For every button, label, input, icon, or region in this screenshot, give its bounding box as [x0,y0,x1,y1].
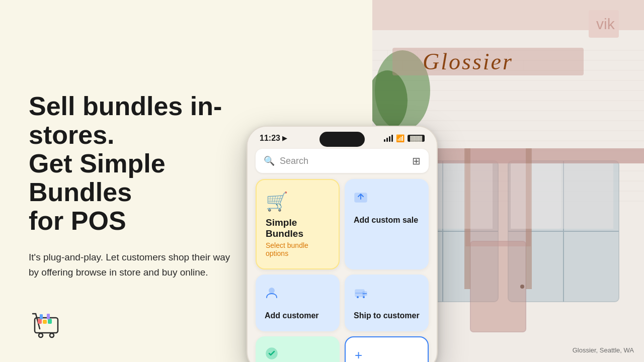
svg-rect-55 [511,163,613,229]
bottom-cart-icon [29,307,64,342]
add-customer-icon [265,286,279,303]
ship-to-customer-label: Ship to customer [354,311,420,320]
wifi-icon: 📶 [396,134,405,142]
tiles-grid: 🛒 Simple Bundles Select bundle options A… [248,179,437,336]
search-left: 🔍 Search [264,155,308,166]
svg-rect-48 [470,241,526,332]
svg-point-2 [50,333,54,337]
svg-point-59 [269,288,274,293]
svg-point-63 [363,296,365,298]
navigation-icon: ▶ [282,135,287,142]
ship-to-customer-icon [354,286,368,303]
phone-mockup: 11:23 ▶ 📶 ▓▓▓ 🔍 Search ⊞ [247,126,438,362]
svg-point-1 [39,333,43,337]
dynamic-island [319,132,365,147]
search-icon: 🔍 [264,155,275,166]
tile-simple-bundles[interactable]: 🛒 Simple Bundles Select bundle options [256,179,340,269]
add-custom-sale-label: Add custom sale [354,216,418,225]
main-heading: Sell bundles in-stores. Get Simple Bundl… [29,92,270,236]
search-bar[interactable]: 🔍 Search ⊞ [256,149,429,173]
tile-add-custom-sale[interactable]: Add custom sale [345,179,429,269]
status-icons: 📶 ▓▓▓ [384,134,425,142]
svg-point-49 [520,285,524,289]
svg-rect-4 [43,320,47,324]
tiles-grid-bottom: + [248,336,437,362]
phone-frame: 11:23 ▶ 📶 ▓▓▓ 🔍 Search ⊞ [247,126,438,362]
battery-icon: ▓▓▓ [408,135,425,142]
simple-bundles-title: Simple Bundles [266,217,330,239]
svg-rect-6 [40,314,43,319]
add-custom-sale-icon [354,190,368,208]
plus-icon: + [355,347,362,362]
qr-icon[interactable]: ⊞ [412,155,421,167]
tile-ship-to-customer[interactable]: Ship to customer [345,275,429,331]
tile-green[interactable] [256,336,340,362]
svg-text:vik: vik [596,16,615,32]
green-tile-icon [265,346,279,362]
attribution: Glossier, Seattle, WA [573,346,634,354]
search-input-label: Search [280,156,308,166]
svg-point-62 [357,296,359,298]
signal-bars-icon [384,135,393,142]
left-section: Sell bundles in-stores. Get Simple Bundl… [29,0,270,362]
sub-text: It's plug-and-play. Let customers shop t… [29,250,235,281]
simple-bundles-icon: 🛒 [266,191,330,212]
tile-plus[interactable]: + [345,336,429,362]
svg-rect-7 [47,314,50,319]
svg-rect-3 [38,319,42,324]
svg-text:Glossier: Glossier [423,49,513,74]
svg-rect-5 [48,319,52,324]
status-time: 11:23 ▶ [260,134,287,143]
add-customer-label: Add customer [265,311,319,320]
tile-add-customer[interactable]: Add customer [256,275,340,331]
simple-bundles-subtitle: Select bundle options [266,241,330,257]
